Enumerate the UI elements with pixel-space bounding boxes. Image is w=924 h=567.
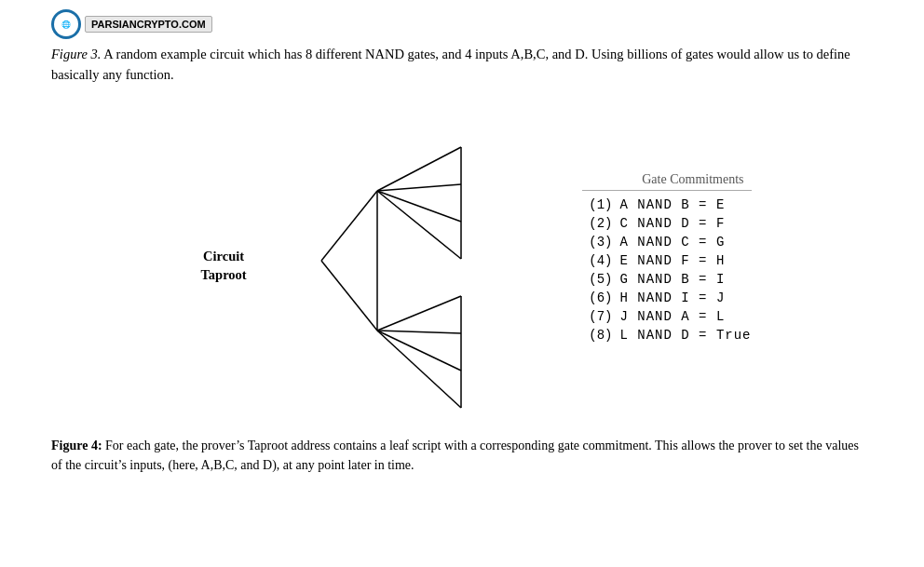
gc-row-expr: A NAND C = G <box>619 236 725 249</box>
svg-line-1 <box>321 261 377 331</box>
gc-row: (5)G NAND B = I <box>582 273 751 286</box>
gc-row-num: (7) <box>582 310 612 323</box>
gc-row-expr: E NAND F = H <box>619 254 725 267</box>
gate-commitments-panel: Gate Commitments (1)A NAND B = E(2)C NAN… <box>582 173 751 347</box>
gc-row-num: (5) <box>582 273 612 286</box>
gc-title: Gate Commitments <box>582 173 751 191</box>
svg-line-10 <box>377 331 461 408</box>
site-name: PARSIANCRYPTO.COM <box>85 16 212 33</box>
intro-text: A random example circuit which has 8 dif… <box>51 47 850 82</box>
gc-row-expr: L NAND D = True <box>619 329 751 342</box>
gc-rows: (1)A NAND B = E(2)C NAND D = F(3)A NAND … <box>582 198 751 342</box>
logo: 🌐 <box>51 9 81 39</box>
gc-row-num: (3) <box>582 236 612 249</box>
gc-row: (7)J NAND A = L <box>582 310 751 323</box>
gc-row-num: (6) <box>582 291 612 304</box>
gc-row-num: (4) <box>582 254 612 267</box>
svg-line-7 <box>377 296 461 331</box>
page: 🌐 PARSIANCRYPTO.COM Figure 3. A random e… <box>0 0 924 567</box>
svg-line-5 <box>377 191 461 259</box>
caption-text: For each gate, the prover’s Taproot addr… <box>51 439 859 473</box>
figure-label: Figure 3. <box>51 47 101 61</box>
circuit-tree-svg <box>172 102 564 419</box>
gc-row: (2)C NAND D = F <box>582 217 751 230</box>
gc-row-num: (2) <box>582 217 612 230</box>
gc-row: (6)H NAND I = J <box>582 291 751 304</box>
gc-row-expr: A NAND B = E <box>619 198 725 211</box>
svg-line-4 <box>377 191 461 222</box>
gc-row: (4)E NAND F = H <box>582 254 751 267</box>
figure-caption: Figure 4: For each gate, the prover’s Ta… <box>51 436 873 476</box>
svg-line-3 <box>377 184 461 191</box>
gc-row-num: (8) <box>582 329 612 342</box>
gc-row-num: (1) <box>582 198 612 211</box>
svg-line-9 <box>377 331 461 371</box>
logo-inner: 🌐 <box>54 12 78 36</box>
svg-line-0 <box>321 191 377 261</box>
gc-row: (3)A NAND C = G <box>582 236 751 249</box>
caption-label: Figure 4: <box>51 439 102 452</box>
gc-row: (8)L NAND D = True <box>582 329 751 342</box>
gc-row-expr: H NAND I = J <box>619 291 725 304</box>
circuit-diagram: Circuit Taproot <box>172 102 564 419</box>
gc-row-expr: C NAND D = F <box>619 217 725 230</box>
intro-paragraph: Figure 3. A random example circuit which… <box>51 45 873 86</box>
svg-line-8 <box>377 331 461 333</box>
gc-row-expr: G NAND B = I <box>619 273 725 286</box>
gc-row-expr: J NAND A = L <box>619 310 725 323</box>
svg-line-2 <box>377 147 461 191</box>
header-bar: 🌐 PARSIANCRYPTO.COM <box>51 9 873 39</box>
figure-area: Circuit Taproot <box>51 102 873 419</box>
gc-row: (1)A NAND B = E <box>582 198 751 211</box>
